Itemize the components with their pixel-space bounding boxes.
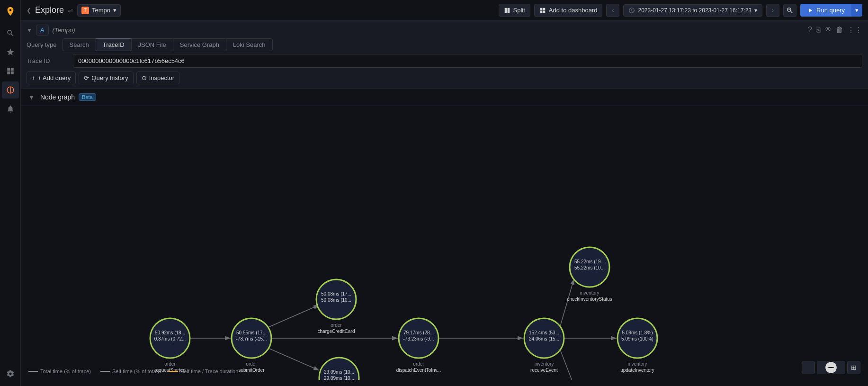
run-query-button[interactable]: Run query ▾ bbox=[800, 4, 862, 17]
node-submitOrder[interactable]: 50.55ms (17... -78.7ms (-15... order sub… bbox=[232, 318, 271, 373]
zoom-out-button[interactable] bbox=[783, 4, 796, 17]
sidebar-item-dashboards[interactable] bbox=[2, 63, 19, 80]
query-copy-icon[interactable]: ⎘ bbox=[816, 26, 821, 35]
run-query-dropdown-button[interactable]: ▾ bbox=[851, 4, 862, 17]
node-dispatchEventToInv[interactable]: 79.17ms (28... -73.23ms (-9... order dis… bbox=[396, 318, 441, 373]
legend-self-time: Self time (% of total) bbox=[100, 368, 159, 374]
svg-text:inventory: inventory bbox=[535, 361, 554, 367]
sidebar-bottom bbox=[2, 365, 19, 386]
svg-text:order: order bbox=[331, 323, 342, 328]
svg-text:50.92ms (18...: 50.92ms (18... bbox=[155, 330, 185, 335]
legend-self-time-line bbox=[100, 371, 110, 372]
datasource-chevron: ▾ bbox=[113, 7, 116, 14]
query-label[interactable]: A bbox=[36, 25, 49, 36]
svg-text:50.55ms (17...: 50.55ms (17... bbox=[236, 330, 267, 335]
query-panel: ▼ A (Tempo) ? ⎘ 👁 🗑 ⋮⋮ Query type Search… bbox=[21, 21, 868, 89]
query-delete-icon[interactable]: 🗑 bbox=[836, 26, 843, 35]
node-graph: 50.92ms (18... 0.37ms (0.72... order req… bbox=[21, 106, 868, 380]
sidebar-item-alerts[interactable] bbox=[2, 100, 19, 117]
trace-id-row: Trace ID bbox=[27, 54, 862, 68]
edge-receiveEvent-prepareOrderManife bbox=[560, 349, 577, 380]
tab-search[interactable]: Search bbox=[63, 38, 96, 51]
svg-text:29.09ms (10...: 29.09ms (10... bbox=[324, 369, 354, 375]
beta-badge: Beta bbox=[79, 93, 96, 101]
node-chargeCreditCard[interactable]: 50.08ms (17... 50.08ms (10... order char… bbox=[316, 279, 356, 334]
add-query-button[interactable]: + + Add query bbox=[27, 72, 76, 84]
results-header: ▼ Node graph Beta bbox=[21, 89, 868, 106]
tab-traceid[interactable]: TraceID bbox=[96, 38, 131, 51]
sidebar-item-settings[interactable] bbox=[2, 365, 19, 382]
share-icon[interactable]: ⇌ bbox=[68, 7, 73, 14]
run-query-main-button[interactable]: Run query bbox=[800, 4, 851, 17]
svg-text:29.09ms (10...: 29.09ms (10... bbox=[324, 376, 354, 380]
results-collapse-icon[interactable]: ▼ bbox=[28, 94, 35, 101]
trace-id-input[interactable] bbox=[73, 54, 862, 68]
node-updateInventory[interactable]: 5.09ms (1.8%) 5.09ms (100%) inventory up… bbox=[617, 318, 657, 373]
sidebar-item-explore[interactable] bbox=[2, 81, 19, 99]
query-help-icon[interactable]: ? bbox=[808, 26, 812, 35]
query-type-tabs: Search TraceID JSON File Service Graph L… bbox=[63, 38, 273, 51]
node-receiveEvent[interactable]: 152.4ms (53... 24.06ms (15... inventory … bbox=[524, 318, 564, 373]
svg-text:chargeCreditCard: chargeCreditCard bbox=[318, 329, 355, 334]
svg-text:inventory: inventory bbox=[628, 361, 647, 367]
svg-text:55.22ms (10...: 55.22ms (10... bbox=[574, 265, 605, 270]
node-requestStarted[interactable]: 50.92ms (18... 0.37ms (0.72... order req… bbox=[150, 318, 190, 373]
svg-text:5.09ms (100%): 5.09ms (100%) bbox=[621, 336, 653, 341]
inspector-icon: ⊙ bbox=[142, 74, 147, 81]
query-type-label: Query type bbox=[27, 41, 57, 48]
svg-text:order: order bbox=[246, 361, 257, 367]
legend-total-time-line bbox=[28, 371, 38, 372]
action-row: + + Add query ⟳ Query history ⊙ Inspecto… bbox=[27, 72, 862, 84]
trace-id-label: Trace ID bbox=[27, 57, 69, 64]
graph-arrange-button[interactable] bbox=[832, 361, 845, 374]
tab-json-file[interactable]: JSON File bbox=[131, 38, 173, 51]
svg-text:dispatchEventToInv...: dispatchEventToInv... bbox=[396, 368, 441, 373]
datasource-icon: T bbox=[81, 7, 89, 14]
query-collapse-icon[interactable]: ▼ bbox=[27, 27, 32, 34]
page-title: Explore bbox=[35, 5, 64, 15]
svg-text:checkInventoryStatus: checkInventoryStatus bbox=[567, 296, 612, 302]
inspector-button[interactable]: ⊙ Inspector bbox=[136, 72, 179, 84]
edge-submitOrder-chargeCreditCard bbox=[267, 305, 319, 328]
svg-text:submitOrder: submitOrder bbox=[238, 368, 265, 373]
datasource-selector[interactable]: T Tempo ▾ bbox=[77, 4, 121, 17]
node-checkInventoryStatus[interactable]: 55.22ms (19... 55.22ms (10... inventory … bbox=[567, 247, 612, 302]
node-changeOrderStatus[interactable]: 29.09ms (10... 29.09ms (10... order chan… bbox=[319, 358, 360, 380]
graph-controls: ⊞ bbox=[802, 361, 860, 374]
graph-svg: 50.92ms (18... 0.37ms (0.72... order req… bbox=[21, 106, 868, 380]
svg-text:receiveEvent: receiveEvent bbox=[530, 368, 558, 373]
svg-text:order: order bbox=[413, 361, 424, 367]
node-graph-title: Node graph bbox=[40, 93, 75, 101]
edge-submitOrder-changeOrderStatus bbox=[267, 348, 319, 370]
query-datasource-label[interactable]: (Tempo) bbox=[53, 27, 75, 34]
svg-text:24.06ms (15...: 24.06ms (15... bbox=[529, 336, 559, 341]
sidebar-item-starred[interactable] bbox=[2, 44, 19, 61]
svg-text:79.17ms (28...: 79.17ms (28... bbox=[403, 330, 434, 335]
sidebar-item-search[interactable] bbox=[2, 25, 19, 42]
svg-text:-73.23ms (-9...: -73.23ms (-9... bbox=[403, 336, 434, 341]
svg-text:50.08ms (17...: 50.08ms (17... bbox=[321, 291, 351, 296]
svg-text:152.4ms (53...: 152.4ms (53... bbox=[529, 330, 559, 335]
query-history-button[interactable]: ⟳ Query history bbox=[79, 72, 133, 84]
collapse-icon[interactable]: ❮ bbox=[27, 7, 31, 14]
tab-loki-search[interactable]: Loki Search bbox=[226, 38, 273, 51]
query-row-header: ▼ A (Tempo) ? ⎘ 👁 🗑 ⋮⋮ bbox=[27, 25, 862, 36]
time-range-forward-button[interactable]: › bbox=[766, 4, 779, 17]
tab-service-graph[interactable]: Service Graph bbox=[173, 38, 226, 51]
time-range-picker[interactable]: 2023-01-27 13:17:23 to 2023-01-27 16:17:… bbox=[623, 4, 762, 17]
svg-text:updateInventory: updateInventory bbox=[620, 368, 654, 373]
time-range-back-button[interactable]: ‹ bbox=[606, 4, 619, 17]
query-more-icon[interactable]: ⋮⋮ bbox=[847, 26, 862, 35]
split-button[interactable]: Split bbox=[499, 4, 530, 17]
query-eye-icon[interactable]: 👁 bbox=[824, 26, 832, 35]
svg-text:order: order bbox=[164, 361, 176, 367]
edge-receiveEvent-checkInventoryStatus bbox=[560, 279, 574, 328]
legend-total-time-label: Total time (% of trace) bbox=[40, 368, 91, 374]
legend-total-time: Total time (% of trace) bbox=[28, 368, 91, 374]
topbar: ❮ Explore ⇌ T Tempo ▾ Split Add to dashb… bbox=[21, 0, 868, 21]
add-to-dashboard-button[interactable]: Add to dashboard bbox=[534, 4, 603, 17]
legend-self-trace-label: Self time / Trace duration bbox=[180, 368, 238, 374]
graph-legend: Total time (% of trace) Self time (% of … bbox=[28, 368, 238, 374]
query-row-actions: ? ⎘ 👁 🗑 ⋮⋮ bbox=[808, 26, 862, 35]
svg-text:-78.7ms (-15...: -78.7ms (-15... bbox=[236, 336, 267, 341]
